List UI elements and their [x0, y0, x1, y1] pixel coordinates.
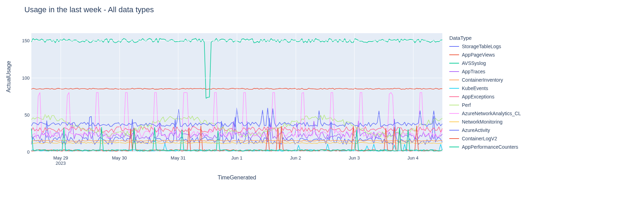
legend-label: StorageTableLogs	[462, 44, 501, 49]
legend-label: AppExceptions	[462, 94, 494, 99]
legend-swatch	[449, 96, 459, 97]
plot-area[interactable]	[31, 33, 442, 152]
y-tick: 50	[19, 112, 30, 117]
legend-item[interactable]: Perf	[449, 101, 521, 109]
y-axis-label: ActualUsage	[6, 61, 12, 92]
legend-label: AppPageViews	[462, 52, 495, 58]
legend-swatch	[449, 54, 459, 56]
legend-title: DataType	[449, 35, 521, 41]
legend-swatch	[449, 138, 459, 139]
legend-label: KubeEvents	[462, 86, 488, 91]
legend-item[interactable]: AppExceptions	[449, 92, 521, 101]
x-tick: Jun 3	[349, 155, 360, 161]
legend-item[interactable]: ContainerLogV2	[449, 134, 521, 143]
grid-v	[413, 33, 413, 152]
grid-v	[119, 33, 120, 152]
legend-label: ContainerInventory	[462, 77, 503, 83]
grid-v	[296, 33, 296, 152]
y-tick: 150	[19, 38, 30, 43]
y-tick: 0	[19, 149, 30, 155]
grid-v	[354, 33, 355, 152]
legend-item[interactable]: ContainerInventory	[449, 76, 521, 84]
legend-swatch	[449, 147, 459, 148]
legend-item[interactable]: AppTraces	[449, 67, 521, 76]
x-tick: Jun 2	[290, 155, 301, 161]
y-tick: 100	[19, 75, 30, 80]
x-axis-label: TimeGenerated	[218, 175, 256, 181]
grid-v	[178, 33, 178, 152]
legend-swatch	[449, 130, 459, 131]
grid-v	[61, 33, 61, 152]
legend-label: AVSSyslog	[462, 60, 486, 66]
legend-swatch	[449, 105, 459, 106]
legend-label: AppPerformanceCounters	[462, 144, 518, 150]
legend-swatch	[449, 63, 459, 64]
legend-item[interactable]: NetworkMonitoring	[449, 118, 521, 126]
x-tick: May 292023	[53, 155, 68, 166]
legend-swatch	[449, 88, 459, 89]
legend-item[interactable]: AzureNetworkAnalytics_CL	[449, 109, 521, 118]
chart-container: Usage in the last week - All data types …	[0, 0, 644, 222]
legend-swatch	[449, 80, 459, 81]
legend-item[interactable]: KubeEvents	[449, 84, 521, 92]
legend-label: AppTraces	[462, 69, 485, 74]
legend-item[interactable]: AppPerformanceCounters	[449, 143, 521, 151]
legend-label: Perf	[462, 102, 471, 108]
legend-swatch	[449, 121, 459, 123]
x-tick: May 31	[171, 155, 186, 161]
legend-item[interactable]: StorageTableLogs	[449, 42, 521, 51]
legend-swatch	[449, 71, 459, 72]
legend-label: AzureNetworkAnalytics_CL	[462, 111, 521, 116]
legend-label: ContainerLogV2	[462, 136, 497, 141]
legend-item[interactable]: AppPageViews	[449, 51, 521, 59]
x-tick: Jun 1	[231, 155, 242, 161]
legend-label: AzureActivity	[462, 127, 490, 133]
legend-swatch	[449, 46, 459, 47]
x-tick: Jun 4	[408, 155, 419, 161]
legend-swatch	[449, 113, 459, 114]
legend: DataType StorageTableLogsAppPageViewsAVS…	[449, 35, 521, 151]
legend-item[interactable]: AzureActivity	[449, 126, 521, 134]
legend-label: NetworkMonitoring	[462, 119, 503, 125]
grid-h	[31, 152, 442, 152]
legend-item[interactable]: AVSSyslog	[449, 59, 521, 67]
grid-v	[237, 33, 237, 152]
x-tick: May 30	[112, 155, 127, 161]
chart-title: Usage in the last week - All data types	[24, 5, 154, 14]
